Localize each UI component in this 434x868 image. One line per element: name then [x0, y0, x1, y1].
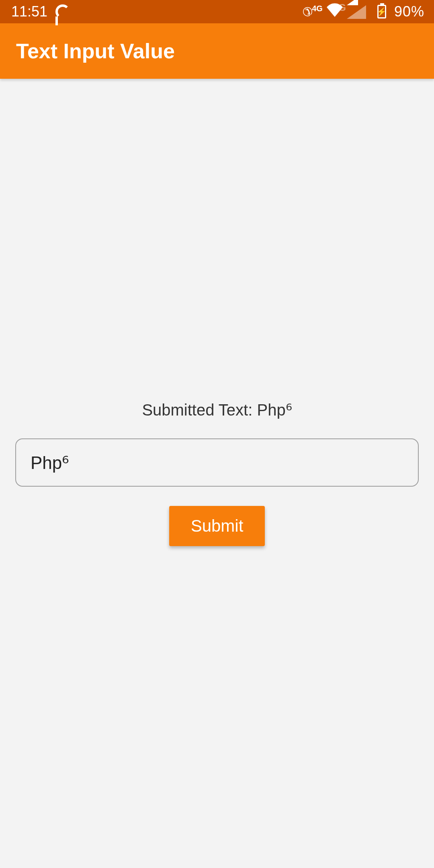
- phone-icon: ✆: [303, 5, 313, 19]
- submitted-text-label: Submitted Text: Php⁶: [142, 401, 292, 419]
- battery-percent: 90%: [394, 3, 424, 20]
- cell-signal-icon: 4G: [347, 4, 371, 19]
- status-bar-right: ✆ 4G 4G ⚡ 90%: [303, 3, 424, 20]
- clock: 11:51: [11, 3, 47, 20]
- text-input[interactable]: [15, 438, 419, 487]
- submit-button[interactable]: Submit: [169, 506, 265, 546]
- page-title: Text Input Value: [16, 39, 175, 63]
- status-bar: 11:51 ✆ 4G 4G ⚡ 90%: [0, 0, 434, 23]
- volte-4g-icon: ✆ 4G: [303, 5, 323, 19]
- app-bar: Text Input Value: [0, 23, 434, 79]
- network-4g-label-small: 4G: [312, 5, 323, 12]
- submitted-text-value: Php⁶: [257, 401, 292, 419]
- status-bar-left: 11:51: [11, 3, 70, 20]
- app-p-icon: [55, 4, 70, 19]
- battery-charging-icon: ⚡: [377, 5, 386, 18]
- main-content: Submitted Text: Php⁶ Submit: [0, 79, 434, 868]
- submitted-text-prefix: Submitted Text:: [142, 401, 257, 419]
- network-4g-label-dim: 4G: [333, 2, 346, 13]
